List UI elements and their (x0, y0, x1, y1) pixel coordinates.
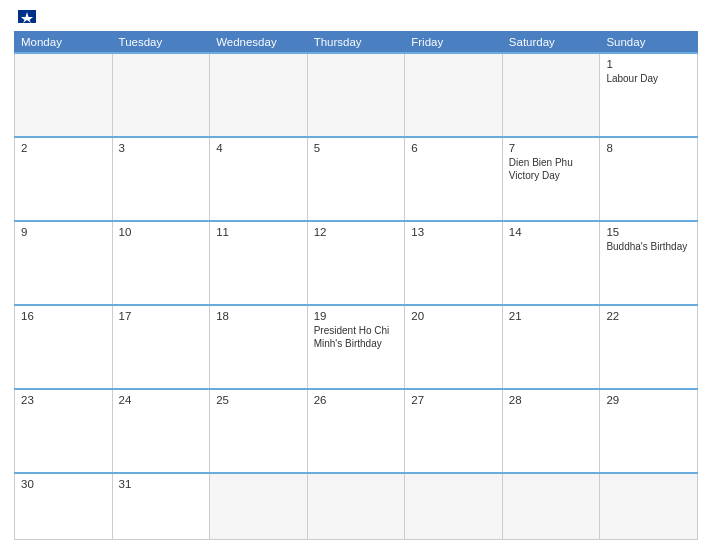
day-number: 15 (606, 226, 691, 238)
calendar-cell: 3 (112, 137, 210, 221)
calendar-cell: 25 (210, 389, 308, 473)
day-number: 26 (314, 394, 399, 406)
day-number: 1 (606, 58, 691, 70)
calendar: MondayTuesdayWednesdayThursdayFridaySatu… (14, 31, 698, 540)
day-number: 14 (509, 226, 594, 238)
logo-flag-icon (18, 10, 36, 23)
day-number: 8 (606, 142, 691, 154)
calendar-body: 1Labour Day234567Dien Bien PhuVictory Da… (15, 53, 698, 540)
calendar-cell: 13 (405, 221, 503, 305)
day-number: 21 (509, 310, 594, 322)
weekday-header-sunday: Sunday (600, 32, 698, 54)
calendar-cell (405, 53, 503, 137)
weekday-header-wednesday: Wednesday (210, 32, 308, 54)
calendar-cell: 15Buddha's Birthday (600, 221, 698, 305)
day-number: 18 (216, 310, 301, 322)
calendar-cell: 9 (15, 221, 113, 305)
calendar-cell (405, 473, 503, 539)
day-number: 30 (21, 478, 106, 490)
day-number: 5 (314, 142, 399, 154)
calendar-cell: 7Dien Bien PhuVictory Day (502, 137, 600, 221)
day-number: 23 (21, 394, 106, 406)
day-number: 29 (606, 394, 691, 406)
calendar-row: 23242526272829 (15, 389, 698, 473)
weekday-header-friday: Friday (405, 32, 503, 54)
day-number: 20 (411, 310, 496, 322)
calendar-cell (15, 53, 113, 137)
day-number: 12 (314, 226, 399, 238)
day-number: 22 (606, 310, 691, 322)
calendar-cell (307, 53, 405, 137)
day-number: 24 (119, 394, 204, 406)
calendar-cell: 17 (112, 305, 210, 389)
calendar-cell: 30 (15, 473, 113, 539)
calendar-cell (502, 473, 600, 539)
day-number: 10 (119, 226, 204, 238)
calendar-cell (502, 53, 600, 137)
calendar-header: MondayTuesdayWednesdayThursdayFridaySatu… (15, 32, 698, 54)
calendar-row: 3031 (15, 473, 698, 539)
calendar-cell: 22 (600, 305, 698, 389)
calendar-cell (210, 53, 308, 137)
calendar-cell: 18 (210, 305, 308, 389)
day-number: 9 (21, 226, 106, 238)
day-number: 19 (314, 310, 399, 322)
calendar-cell: 19President Ho ChiMinh's Birthday (307, 305, 405, 389)
event-label: President Ho ChiMinh's Birthday (314, 324, 399, 350)
calendar-cell: 29 (600, 389, 698, 473)
day-number: 7 (509, 142, 594, 154)
calendar-cell (210, 473, 308, 539)
page: MondayTuesdayWednesdayThursdayFridaySatu… (0, 0, 712, 550)
day-number: 2 (21, 142, 106, 154)
calendar-cell: 4 (210, 137, 308, 221)
calendar-cell: 8 (600, 137, 698, 221)
day-number: 3 (119, 142, 204, 154)
calendar-row: 16171819President Ho ChiMinh's Birthday2… (15, 305, 698, 389)
weekday-header-saturday: Saturday (502, 32, 600, 54)
calendar-cell: 16 (15, 305, 113, 389)
calendar-cell: 14 (502, 221, 600, 305)
calendar-cell: 24 (112, 389, 210, 473)
calendar-cell: 1Labour Day (600, 53, 698, 137)
calendar-cell: 10 (112, 221, 210, 305)
header (14, 10, 698, 23)
calendar-cell (112, 53, 210, 137)
calendar-cell: 2 (15, 137, 113, 221)
calendar-cell: 5 (307, 137, 405, 221)
day-number: 11 (216, 226, 301, 238)
day-number: 28 (509, 394, 594, 406)
calendar-cell: 27 (405, 389, 503, 473)
calendar-row: 234567Dien Bien PhuVictory Day8 (15, 137, 698, 221)
calendar-cell: 6 (405, 137, 503, 221)
calendar-cell: 23 (15, 389, 113, 473)
day-number: 27 (411, 394, 496, 406)
calendar-row: 1Labour Day (15, 53, 698, 137)
day-number: 25 (216, 394, 301, 406)
calendar-cell: 26 (307, 389, 405, 473)
day-number: 13 (411, 226, 496, 238)
weekday-header-thursday: Thursday (307, 32, 405, 54)
calendar-cell: 12 (307, 221, 405, 305)
event-label: Buddha's Birthday (606, 240, 691, 253)
weekday-header-row: MondayTuesdayWednesdayThursdayFridaySatu… (15, 32, 698, 54)
day-number: 16 (21, 310, 106, 322)
calendar-cell: 31 (112, 473, 210, 539)
weekday-header-tuesday: Tuesday (112, 32, 210, 54)
calendar-row: 9101112131415Buddha's Birthday (15, 221, 698, 305)
calendar-cell (600, 473, 698, 539)
logo (14, 10, 38, 23)
calendar-cell (307, 473, 405, 539)
day-number: 4 (216, 142, 301, 154)
day-number: 17 (119, 310, 204, 322)
event-label: Dien Bien PhuVictory Day (509, 156, 594, 182)
calendar-cell: 20 (405, 305, 503, 389)
day-number: 31 (119, 478, 204, 490)
weekday-header-monday: Monday (15, 32, 113, 54)
calendar-cell: 28 (502, 389, 600, 473)
event-label: Labour Day (606, 72, 691, 85)
calendar-cell: 21 (502, 305, 600, 389)
day-number: 6 (411, 142, 496, 154)
calendar-cell: 11 (210, 221, 308, 305)
